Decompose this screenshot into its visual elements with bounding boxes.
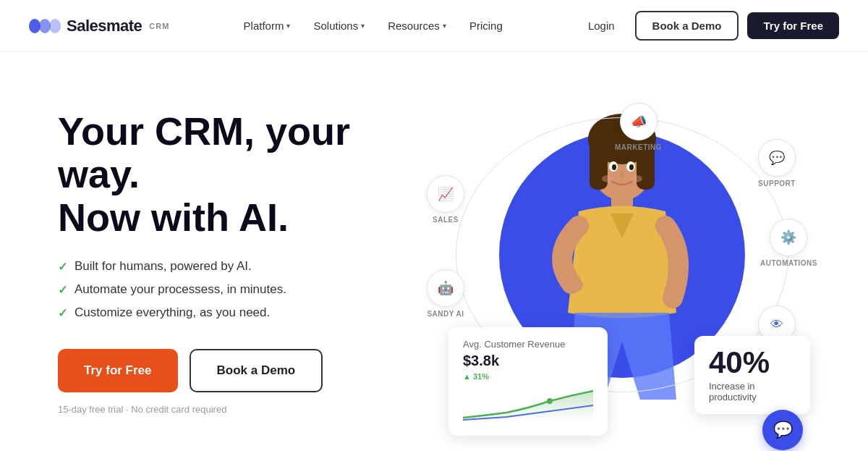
orbit-node-marketing: 📣 MARKETING — [615, 103, 662, 151]
chat-icon: 💬 — [773, 421, 793, 439]
productivity-percent: 40% — [709, 347, 796, 378]
revenue-title: Avg. Customer Revenue — [463, 339, 593, 350]
logo[interactable]: Salesmate CRM — [29, 16, 169, 36]
sales-icon: 📈 — [438, 186, 454, 202]
orbit-node-sandy-ai: 🤖 SANDY AI — [427, 269, 464, 318]
trial-note: 15-day free trial · No credit card requi… — [58, 404, 434, 415]
automations-icon: ⚙️ — [780, 229, 796, 245]
orbit-node-support: 💬 SUPPORT — [758, 139, 796, 187]
svg-point-15 — [547, 398, 553, 404]
revenue-value: $3.8k — [463, 353, 593, 369]
chevron-down-icon: ▾ — [443, 22, 446, 30]
svg-rect-2 — [49, 19, 61, 33]
header: Salesmate CRM Platform ▾ Solutions ▾ Res… — [0, 0, 868, 52]
revenue-badge: ▲ 31% — [463, 372, 593, 381]
chat-bubble[interactable]: 💬 — [762, 410, 803, 450]
stats-card-productivity: 40% Increase in productivity — [694, 336, 810, 414]
feature-item-2: ✓ Automate your processess, in minutes. — [58, 282, 434, 297]
check-icon-2: ✓ — [58, 283, 67, 297]
cta-buttons: Try for Free Book a Demo — [58, 349, 434, 392]
feature-item-1: ✓ Built for humans, powered by AI. — [58, 259, 434, 274]
hero-title: Your CRM, your way. Now with AI. — [58, 110, 434, 239]
try-free-button[interactable]: Try for Free — [747, 12, 839, 39]
support-icon: 💬 — [769, 150, 785, 166]
hero-book-demo-button[interactable]: Book a Demo — [190, 349, 323, 392]
nav-resources[interactable]: Resources ▾ — [378, 14, 456, 38]
stats-card-revenue: Avg. Customer Revenue $3.8k ▲ 31% — [448, 327, 608, 436]
svg-rect-0 — [29, 19, 41, 33]
feature-list: ✓ Built for humans, powered by AI. ✓ Aut… — [58, 259, 434, 320]
nav-solutions[interactable]: Solutions ▾ — [303, 14, 375, 38]
check-icon-3: ✓ — [58, 306, 67, 320]
main-nav: Platform ▾ Solutions ▾ Resources ▾ Prici… — [234, 14, 513, 38]
orbit-node-sales: 📈 SALES — [427, 175, 464, 224]
logo-text: Salesmate — [67, 17, 142, 35]
book-demo-button[interactable]: Book a Demo — [635, 11, 739, 41]
logo-crm: CRM — [149, 22, 169, 30]
check-icon-1: ✓ — [58, 260, 67, 274]
insights-icon: 👁 — [770, 317, 783, 332]
logo-icon — [29, 16, 61, 36]
chevron-down-icon: ▾ — [361, 22, 365, 30]
login-button[interactable]: Login — [576, 14, 626, 38]
orbit-node-automations: ⚙️ AUTOMATIONS — [760, 219, 817, 267]
feature-item-3: ✓ Customize everything, as you need. — [58, 305, 434, 320]
nav-pricing[interactable]: Pricing — [459, 14, 513, 38]
marketing-icon: 📣 — [631, 114, 647, 130]
hero-left: Your CRM, your way. Now with AI. ✓ Built… — [58, 96, 434, 415]
nav-platform[interactable]: Platform ▾ — [234, 14, 301, 38]
mini-chart — [463, 385, 593, 421]
main-content: Your CRM, your way. Now with AI. ✓ Built… — [0, 52, 868, 451]
svg-rect-1 — [39, 19, 51, 33]
sandy-ai-icon: 🤖 — [438, 280, 454, 296]
hero-try-free-button[interactable]: Try for Free — [58, 349, 178, 392]
chevron-down-icon: ▾ — [286, 22, 290, 30]
productivity-label: Increase in productivity — [709, 381, 796, 402]
hero-illustration: 📣 MARKETING 💬 SUPPORT ⚙️ AUTOMATIONS 👁 I… — [434, 96, 810, 451]
nav-right: Login Book a Demo Try for Free — [576, 11, 839, 41]
